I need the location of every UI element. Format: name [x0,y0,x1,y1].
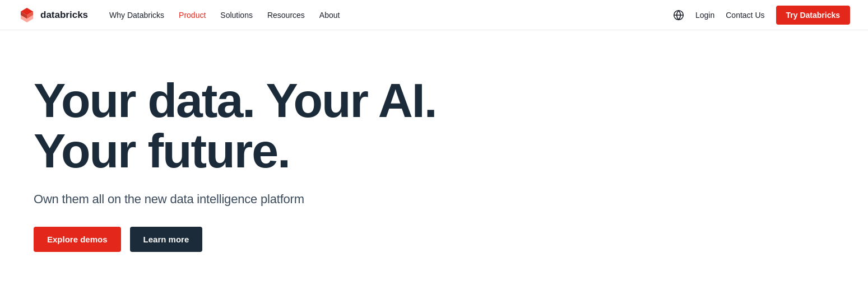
explore-demos-button[interactable]: Explore demos [34,227,121,252]
nav-item-why-databricks[interactable]: Why Databricks [104,7,170,23]
hero-title-line2: Your future. [34,124,290,177]
nav-item-resources[interactable]: Resources [262,7,310,23]
nav-item-about[interactable]: About [314,7,346,23]
try-databricks-button[interactable]: Try Databricks [776,6,851,25]
brand-name: databricks [40,10,88,21]
databricks-logo-icon [18,6,36,24]
nav-item-solutions[interactable]: Solutions [215,7,258,23]
learn-more-button[interactable]: Learn more [130,227,203,252]
logo-link[interactable]: databricks [18,6,88,24]
nav-item-product[interactable]: Product [173,7,211,23]
hero-buttons: Explore demos Learn more [34,227,471,252]
nav-right: Login Contact Us Try Databricks [673,6,850,25]
hero-title-line1: Your data. Your AI. [34,73,437,127]
globe-icon[interactable] [673,10,684,21]
contact-link[interactable]: Contact Us [726,11,764,20]
nav-links: Why Databricks Product Solutions Resourc… [104,7,673,23]
login-link[interactable]: Login [695,11,714,20]
hero-subtitle: Own them all on the new data intelligenc… [34,192,471,207]
hero-title: Your data. Your AI. Your future. [34,75,471,176]
hero-section: Your data. Your AI. Your future. Own the… [0,30,504,286]
navbar: databricks Why Databricks Product Soluti… [0,0,868,30]
